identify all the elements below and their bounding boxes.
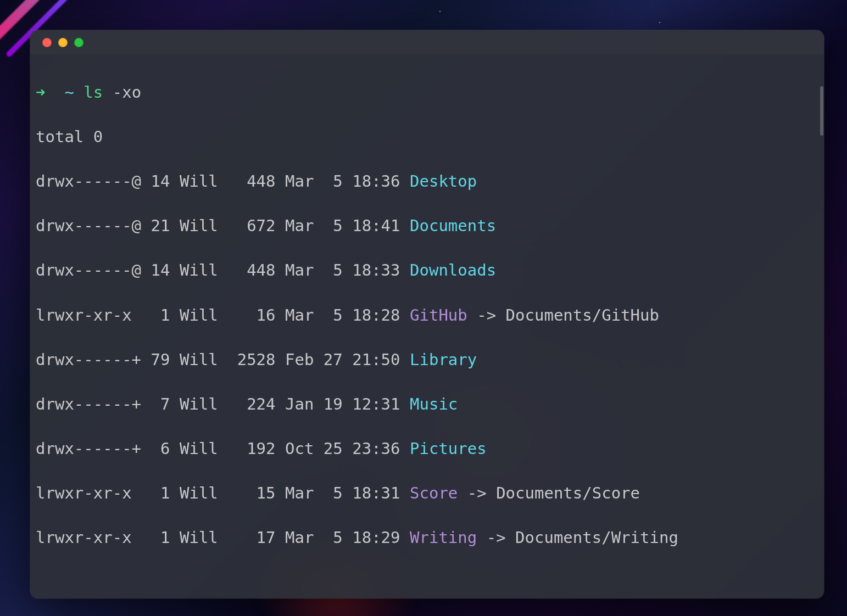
file-date: Jan 19 12:31 bbox=[285, 395, 400, 413]
maximize-button[interactable] bbox=[74, 38, 83, 47]
prompt-line-2: ➜ ~ bbox=[36, 593, 818, 598]
file-links: 7 bbox=[151, 395, 170, 413]
file-date: Oct 25 23:36 bbox=[285, 439, 400, 458]
command: ls bbox=[83, 83, 103, 102]
file-owner: Will bbox=[180, 484, 218, 502]
listing-row: drwx------@ 21 Will 672 Mar 5 18:41 Docu… bbox=[36, 215, 818, 237]
file-name: Pictures bbox=[410, 439, 487, 458]
listing-row: drwx------@ 14 Will 448 Mar 5 18:36 Desk… bbox=[36, 170, 818, 193]
link-target: -> Documents/Writing bbox=[477, 528, 678, 547]
listing-row: drwx------@ 14 Will 448 Mar 5 18:33 Down… bbox=[36, 259, 818, 282]
terminal-window: ➜ ~ ls -xo total 0 drwx------@ 14 Will 4… bbox=[30, 30, 824, 598]
scrollbar[interactable] bbox=[820, 86, 823, 136]
file-size: 192 bbox=[227, 439, 275, 458]
listing-row: lrwxr-xr-x 1 Will 16 Mar 5 18:28 GitHub … bbox=[36, 304, 818, 327]
prompt-line: ➜ ~ ls -xo bbox=[36, 81, 818, 104]
file-links: 1 bbox=[151, 306, 170, 324]
file-perms: drwx------+ bbox=[36, 439, 141, 458]
file-date: Mar 5 18:36 bbox=[285, 172, 400, 191]
file-links: 1 bbox=[151, 484, 170, 502]
file-size: 15 bbox=[227, 484, 275, 502]
file-perms: lrwxr-xr-x bbox=[36, 528, 141, 547]
prompt-cwd: ~ bbox=[64, 83, 74, 102]
file-links: 14 bbox=[151, 172, 170, 191]
listing-row: lrwxr-xr-x 1 Will 15 Mar 5 18:31 Score -… bbox=[36, 482, 818, 505]
file-name: Library bbox=[410, 350, 477, 369]
listing-row: lrwxr-xr-x 1 Will 17 Mar 5 18:29 Writing… bbox=[36, 527, 818, 549]
file-owner: Will bbox=[180, 306, 218, 324]
terminal-content[interactable]: ➜ ~ ls -xo total 0 drwx------@ 14 Will 4… bbox=[30, 54, 824, 598]
file-owner: Will bbox=[180, 350, 218, 369]
file-perms: drwx------@ bbox=[36, 261, 141, 279]
total-line: total 0 bbox=[36, 126, 818, 148]
file-size: 448 bbox=[227, 261, 275, 279]
close-button[interactable] bbox=[42, 38, 52, 47]
file-perms: lrwxr-xr-x bbox=[36, 306, 141, 324]
listing-row: drwx------+ 7 Will 224 Jan 19 12:31 Musi… bbox=[36, 393, 818, 416]
file-size: 672 bbox=[227, 216, 275, 235]
prompt-arrow-icon: ➜ bbox=[36, 595, 45, 598]
file-links: 79 bbox=[151, 350, 170, 369]
file-name: Writing bbox=[410, 528, 477, 547]
window-titlebar[interactable] bbox=[30, 30, 824, 54]
file-size: 448 bbox=[227, 172, 275, 191]
link-target: -> Documents/Score bbox=[458, 484, 640, 502]
file-owner: Will bbox=[180, 528, 218, 547]
file-name: GitHub bbox=[410, 306, 467, 324]
file-owner: Will bbox=[180, 439, 218, 458]
file-owner: Will bbox=[180, 172, 218, 191]
file-size: 224 bbox=[227, 395, 275, 413]
link-target: -> Documents/GitHub bbox=[467, 306, 659, 324]
file-date: Mar 5 18:28 bbox=[285, 306, 400, 324]
file-size: 16 bbox=[227, 306, 275, 324]
file-perms: drwx------@ bbox=[36, 172, 141, 191]
file-links: 6 bbox=[151, 439, 170, 458]
file-name: Music bbox=[410, 395, 458, 413]
prompt-cwd: ~ bbox=[64, 595, 74, 598]
file-perms: drwx------+ bbox=[36, 350, 141, 369]
file-date: Mar 5 18:41 bbox=[285, 216, 400, 235]
file-size: 2528 bbox=[227, 350, 275, 369]
file-perms: drwx------+ bbox=[36, 395, 141, 413]
command-flags: -xo bbox=[113, 83, 141, 102]
file-perms: drwx------@ bbox=[36, 216, 141, 235]
file-perms: lrwxr-xr-x bbox=[36, 484, 141, 502]
listing-row: drwx------+ 79 Will 2528 Feb 27 21:50 Li… bbox=[36, 349, 818, 371]
file-name: Score bbox=[410, 484, 458, 502]
file-owner: Will bbox=[180, 216, 218, 235]
file-name: Desktop bbox=[410, 172, 477, 191]
file-links: 21 bbox=[151, 216, 170, 235]
file-date: Mar 5 18:31 bbox=[285, 484, 400, 502]
prompt-arrow-icon: ➜ bbox=[36, 83, 45, 102]
listing-row: drwx------+ 6 Will 192 Oct 25 23:36 Pict… bbox=[36, 438, 818, 460]
file-date: Mar 5 18:33 bbox=[285, 261, 400, 279]
file-date: Mar 5 18:29 bbox=[285, 528, 400, 547]
minimize-button[interactable] bbox=[58, 38, 68, 47]
file-date: Feb 27 21:50 bbox=[285, 350, 400, 369]
file-links: 14 bbox=[151, 261, 170, 279]
file-name: Downloads bbox=[410, 261, 496, 279]
file-name: Documents bbox=[410, 216, 496, 235]
file-size: 17 bbox=[227, 528, 275, 547]
file-owner: Will bbox=[180, 261, 218, 279]
file-owner: Will bbox=[180, 395, 218, 413]
file-links: 1 bbox=[151, 528, 170, 547]
